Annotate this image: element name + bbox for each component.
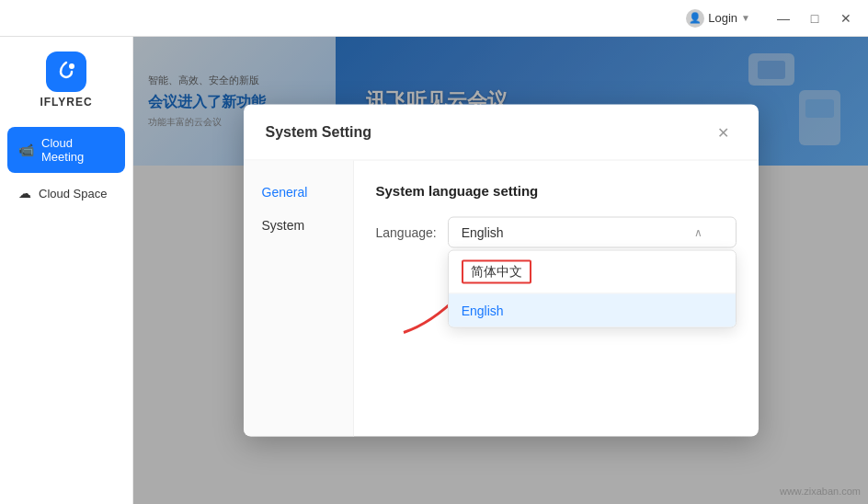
window-controls: — □ ✕: [769, 4, 861, 33]
setting-section-title: System language setting: [376, 183, 737, 199]
language-label: Language:: [376, 217, 437, 240]
app-body: IFLYREC 📹 Cloud Meeting ☁ Cloud Space 智能…: [0, 37, 868, 504]
sidebar: IFLYREC 📹 Cloud Meeting ☁ Cloud Space: [0, 37, 133, 504]
main-content: 智能、高效、安全的新版 会议进入了新功能 功能丰富的云会议 讯飞听见云会议: [133, 37, 868, 504]
modal-nav-general[interactable]: General: [244, 176, 353, 209]
modal-close-button[interactable]: ✕: [711, 120, 737, 145]
login-label: Login: [708, 11, 737, 25]
option-zh-cn[interactable]: 简体中文: [449, 251, 736, 294]
title-bar-right: 👤 Login ▼ — □ ✕: [679, 4, 861, 33]
language-dropdown[interactable]: English ∧: [448, 217, 737, 248]
title-bar: 👤 Login ▼ — □ ✕: [0, 0, 868, 37]
modal-body: General System System language setting L…: [244, 161, 759, 437]
cloud-space-icon: ☁: [18, 186, 31, 200]
logo-area: IFLYREC: [40, 52, 92, 109]
modal-title: System Setting: [266, 124, 372, 141]
minimize-button[interactable]: —: [769, 4, 798, 33]
app-logo: [46, 52, 86, 92]
modal-header: System Setting ✕: [244, 105, 759, 161]
sidebar-item-cloud-space[interactable]: ☁ Cloud Space: [7, 177, 125, 210]
sidebar-item-cloud-space-label: Cloud Space: [39, 187, 107, 200]
modal-main: System language setting Language: Englis…: [354, 161, 759, 437]
sidebar-nav: 📹 Cloud Meeting ☁ Cloud Space: [0, 127, 132, 213]
dropdown-arrow-icon: ▼: [741, 13, 750, 23]
system-setting-modal: System Setting ✕ General System System l…: [244, 105, 759, 437]
sidebar-item-cloud-meeting-label: Cloud Meeting: [41, 136, 114, 164]
maximize-button[interactable]: □: [800, 4, 829, 33]
cloud-meeting-icon: 📹: [18, 143, 34, 157]
language-dropdown-container: English ∧ 简体中文 English: [448, 217, 737, 248]
zh-cn-label: 简体中文: [462, 260, 531, 284]
modal-nav-system[interactable]: System: [244, 209, 353, 242]
option-english[interactable]: English: [449, 294, 736, 327]
close-button[interactable]: ✕: [831, 4, 861, 33]
sidebar-item-cloud-meeting[interactable]: 📹 Cloud Meeting: [7, 127, 125, 173]
selected-language: English: [462, 225, 504, 240]
language-setting-row: Language: English ∧ 简体中文 En: [376, 217, 737, 248]
modal-sidebar: General System: [244, 161, 354, 437]
user-avatar: 👤: [686, 9, 704, 28]
logo-text: IFLYREC: [40, 96, 92, 109]
svg-point-0: [69, 63, 74, 69]
login-button[interactable]: 👤 Login ▼: [679, 6, 758, 31]
language-dropdown-menu: 简体中文 English: [448, 250, 737, 328]
dropdown-chevron-up-icon: ∧: [694, 226, 702, 239]
